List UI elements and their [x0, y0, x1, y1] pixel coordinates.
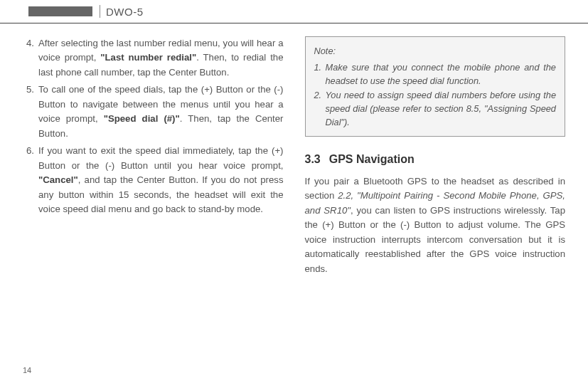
list-number: 6. [23, 144, 38, 216]
section-number: 3.3 [305, 151, 321, 169]
list-number: 4. [23, 36, 38, 80]
section-body: If you pair a Bluetooth GPS to the heads… [305, 174, 566, 276]
page-number: 14 [23, 366, 31, 374]
list-number: 5. [23, 83, 38, 141]
note-number: 2. [314, 88, 326, 130]
list-item: 4. After selecting the last number redia… [23, 36, 284, 80]
note-number: 1. [314, 61, 326, 88]
note-box: Note: 1. Make sure that you connect the … [305, 36, 566, 137]
page-header: DWO-5 [0, 0, 588, 23]
section-title-text: GPS Navigation [329, 153, 415, 165]
list-body: To call one of the speed dials, tap the … [38, 83, 284, 141]
content-area: 4. After selecting the last number redia… [0, 23, 588, 276]
note-item: 1. Make sure that you connect the mobile… [314, 61, 557, 88]
bold-text: "Speed dial (#)" [104, 113, 180, 124]
left-column: 4. After selecting the last number redia… [23, 36, 284, 276]
right-column: Note: 1. Make sure that you connect the … [305, 36, 566, 276]
section-heading: 3.3GPS Navigation [305, 151, 566, 169]
list-item: 6. If you want to exit the speed dial im… [23, 144, 284, 216]
bold-text: "Last number redial" [100, 52, 196, 63]
note-text: You need to assign speed dial numbers be… [326, 88, 557, 130]
note-item: 2. You need to assign speed dial numbers… [314, 88, 557, 130]
list-item: 5. To call one of the speed dials, tap t… [23, 83, 284, 141]
list-body: If you want to exit the speed dial immed… [38, 144, 284, 216]
logo-placeholder [28, 6, 92, 16]
note-title: Note: [314, 44, 557, 58]
bold-text: "Cancel" [38, 174, 78, 185]
header-divider [100, 5, 100, 18]
text: If you want to exit the speed dial immed… [38, 145, 284, 170]
model-label: DWO-5 [106, 6, 144, 18]
list-body: After selecting the last number redial m… [38, 36, 284, 80]
note-text: Make sure that you connect the mobile ph… [326, 61, 557, 88]
